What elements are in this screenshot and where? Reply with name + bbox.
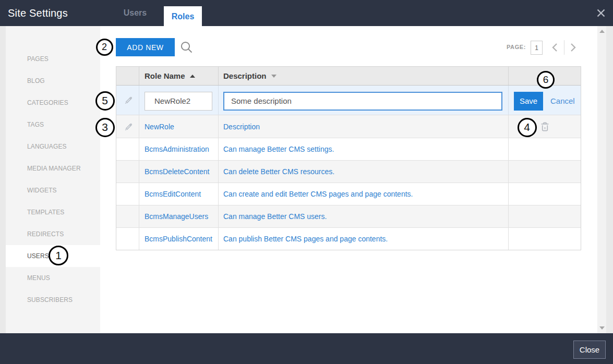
row-edit-cell (116, 115, 139, 138)
row-edit-cell (116, 183, 139, 205)
row-actions-cell (509, 228, 581, 250)
description-column-header[interactable]: Description (219, 67, 509, 85)
role-name-link[interactable]: BcmsDeleteContent (145, 167, 210, 176)
sidebar: PAGESBLOGCATEGORIESTAGSLANGUAGESMEDIA MA… (6, 26, 100, 333)
close-button[interactable]: Close (573, 341, 606, 359)
sidebar-item-redirects[interactable]: REDIRECTS (6, 223, 100, 245)
annotation-circle: 6 (537, 71, 555, 89)
sidebar-item-categories[interactable]: CATEGORIES (6, 92, 100, 114)
role-name-link[interactable]: BcmsManageUsers (145, 212, 208, 221)
sidebar-item-menus[interactable]: MENUS (6, 267, 100, 289)
search-icon[interactable] (180, 41, 194, 54)
row-actions-cell (509, 161, 581, 183)
sidebar-item-tags[interactable]: TAGS (6, 114, 100, 136)
edit-pencil-icon[interactable] (124, 96, 132, 104)
edit-column-header (116, 67, 139, 85)
role-description-link[interactable]: Can publish Better CMS pages and page co… (223, 235, 388, 243)
role-name-column-header[interactable]: Role Name (139, 67, 219, 85)
annotation-circle: 5 (95, 91, 115, 111)
scroll-up-icon[interactable] (599, 30, 605, 33)
role-name-link[interactable]: BcmsAdministration (145, 145, 209, 153)
role-name-header-label: Role Name (145, 71, 185, 80)
page-number-input[interactable] (531, 41, 543, 55)
sidebar-item-subscribers[interactable]: SUBSCRIBERS (6, 289, 100, 311)
right-gutter (606, 26, 613, 333)
table-header-row: Role Name Description (116, 67, 581, 86)
sidebar-item-pages[interactable]: PAGES (6, 48, 100, 70)
page-label: PAGE: (507, 44, 526, 50)
role-description-link[interactable]: Can delete Better CMS resources. (223, 167, 334, 176)
previous-page-icon[interactable] (551, 43, 558, 52)
left-gutter (0, 26, 6, 333)
annotation-circle: 1 (49, 246, 68, 265)
role-name-link[interactable]: NewRole (145, 123, 174, 131)
sidebar-item-languages[interactable]: LANGUAGES (6, 136, 100, 157)
table-row: NewRole Description (116, 115, 581, 138)
annotation-number: 6 (543, 74, 549, 86)
dialog-title: Site Settings (8, 0, 68, 26)
scroll-down-icon[interactable] (599, 326, 605, 330)
annotation-number: 3 (102, 121, 108, 134)
sort-ascending-icon (190, 75, 195, 78)
sidebar-item-blog[interactable]: BLOG (6, 70, 100, 92)
role-name-input[interactable] (145, 92, 212, 111)
save-button[interactable]: Save (514, 92, 543, 111)
row-actions-cell (509, 138, 581, 160)
role-name-link[interactable]: BcmsPublishContent (145, 235, 212, 243)
annotation-circle: 2 (96, 39, 113, 56)
delete-trash-icon[interactable] (540, 122, 550, 132)
annotation-number: 4 (524, 121, 530, 134)
close-icon[interactable] (597, 9, 605, 17)
row-actions-cell (509, 205, 581, 227)
row-edit-cell (116, 205, 139, 227)
table-row: BcmsPublishContent Can publish Better CM… (116, 228, 581, 250)
table-row: BcmsManageUsers Can manage Better CMS us… (116, 205, 581, 228)
role-description-input[interactable] (223, 92, 502, 111)
dialog-footer: Close (0, 333, 613, 364)
sidebar-item-media-manager[interactable]: MEDIA MANAGER (6, 157, 100, 179)
edit-pencil-icon[interactable] (124, 123, 132, 131)
annotation-circle: 4 (518, 118, 537, 137)
role-description-link[interactable]: Can manage Better CMS settings. (223, 145, 334, 153)
role-description-link[interactable]: Can create and edit Better CMS pages and… (223, 190, 413, 198)
next-page-icon[interactable] (570, 43, 576, 52)
row-edit-cell (116, 138, 139, 160)
annotation-number: 1 (55, 249, 62, 262)
description-header-label: Description (223, 71, 267, 80)
table-row: BcmsDeleteContent Can delete Better CMS … (116, 161, 581, 183)
annotation-number: 2 (102, 42, 107, 53)
pager-divider (564, 40, 564, 55)
vertical-scrollbar[interactable] (597, 26, 606, 333)
table-row: BcmsEditContent Can create and edit Bett… (116, 183, 581, 205)
roles-table: Role Name Description Save Cancel (116, 66, 581, 250)
cancel-link[interactable]: Cancel (550, 96, 575, 105)
sidebar-item-templates[interactable]: TEMPLATES (6, 201, 100, 223)
tab-roles[interactable]: Roles (164, 6, 202, 26)
dialog-header: Site Settings Users Roles (0, 0, 613, 26)
role-description-link[interactable]: Can manage Better CMS users. (223, 212, 327, 221)
role-name-link[interactable]: BcmsEditContent (145, 190, 201, 198)
annotation-circle: 3 (95, 118, 115, 137)
row-edit-cell (116, 228, 139, 250)
role-description-link[interactable]: Description (223, 123, 260, 131)
role-edit-row: Save Cancel (116, 86, 581, 115)
annotation-number: 5 (102, 94, 108, 107)
sort-descending-icon (271, 75, 277, 78)
row-edit-cell (116, 161, 139, 183)
row-actions-cell (509, 183, 581, 205)
sidebar-item-widgets[interactable]: WIDGETS (6, 179, 100, 201)
table-row: BcmsAdministration Can manage Better CMS… (116, 138, 581, 161)
add-new-button[interactable]: ADD NEW (116, 38, 175, 56)
tab-users[interactable]: Users (112, 0, 159, 26)
